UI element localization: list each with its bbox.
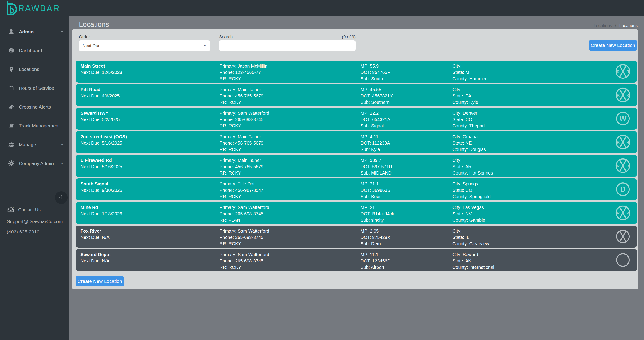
location-county: County: Clearview (452, 241, 489, 247)
location-subdivision: Sub: Signal (360, 123, 390, 129)
location-state: State: PA (452, 93, 478, 99)
location-primary-contact: Primary: Jason McMillin (220, 63, 267, 69)
contact-phone: (402) 625-2010 (7, 229, 66, 235)
location-row[interactable]: Fox River Next Due: N/A Primary: Sam Wat… (76, 226, 637, 248)
svg-text:R: R (626, 140, 629, 144)
location-county: County: International (452, 264, 494, 270)
breadcrumb: Locations / Locations (594, 23, 638, 28)
location-next-due: Next Due: N/A (80, 258, 111, 264)
sidebar-item-locations[interactable]: Locations (0, 60, 69, 79)
location-subdivision: Sub: Dem (360, 241, 390, 247)
location-dot-number: DOT: 654321A (360, 116, 390, 123)
create-new-location-button[interactable]: Create New Location (589, 40, 637, 50)
order-select-value: Next Due (82, 43, 100, 48)
location-row[interactable]: Main Street Next Due: 12/5/2023 Primary:… (76, 60, 637, 82)
location-state: State: NE (452, 140, 486, 146)
location-state: State: AR (452, 163, 493, 170)
location-milepost: MP: 55.9 (360, 63, 390, 69)
location-primary-contact: Primary: Sam Watterford (220, 228, 269, 234)
location-city: City: (452, 63, 487, 69)
location-dot-number: DOT: 854765R (360, 69, 390, 75)
location-row[interactable]: Pitt Road Next Due: 4/6/2025 Primary: Ma… (76, 84, 637, 106)
location-phone: Phone: 456-987-8547 (220, 187, 264, 193)
location-primary-contact: Primary: Main Tainer (220, 157, 264, 163)
drag-handle-button[interactable] (55, 191, 68, 204)
order-select[interactable]: Next Due ▼ (79, 40, 210, 51)
breadcrumb-current: Locations (619, 23, 638, 28)
contact-email[interactable]: Support@DrawbarCo.com (7, 219, 66, 224)
location-name: Main Street (80, 63, 122, 69)
location-state: State: CO (452, 116, 485, 123)
sidebar-item-label: Locations (19, 67, 39, 72)
sidebar-item-manage[interactable]: Manage ▾ (0, 135, 69, 154)
svg-text:W: W (619, 114, 626, 123)
location-railroad: RR: FLAN (220, 217, 269, 223)
location-row[interactable]: South Signal Next Due: 9/30/2025 Primary… (76, 178, 637, 200)
breadcrumb-parent[interactable]: Locations (594, 23, 612, 28)
envelope-open-icon: @ (7, 206, 14, 214)
sidebar-item-label: Admin (19, 29, 34, 34)
location-phone: Phone: 456-765-5679 (220, 140, 264, 146)
location-county: County: Theport (452, 123, 485, 129)
location-railroad: RR: RCKY (220, 146, 264, 153)
location-row[interactable]: Mine Rd Next Due: 1/18/2026 Primary: Sam… (76, 202, 637, 224)
location-dot-number: DOT: B14ckJ4ck (360, 211, 394, 217)
svg-text:R: R (626, 70, 629, 74)
location-county: County: Kyle (452, 99, 478, 105)
location-name: South Signal (80, 181, 122, 187)
chevron-down-icon: ▾ (61, 142, 63, 147)
location-row[interactable]: Seward HWY Next Due: 5/2/2025 Primary: S… (76, 108, 637, 130)
chevron-down-icon: ▾ (61, 29, 63, 34)
sidebar-item-company-admin[interactable]: Company Admin ▾ (0, 154, 69, 173)
location-subdivision: Sub: South (360, 75, 390, 82)
sidebar-item-dashboard[interactable]: Dashboard (0, 41, 69, 60)
location-next-due: Next Due: 5/16/2025 (80, 140, 127, 146)
depot-sign-icon: D (615, 181, 631, 197)
location-railroad: RR: RCKY (220, 264, 269, 270)
sidebar-item-crossing-alerts[interactable]: Crossing Alerts (0, 97, 69, 116)
location-next-due: Next Due: 12/5/2023 (80, 69, 122, 75)
sidebar-item-admin[interactable]: Admin ▾ (0, 22, 69, 41)
location-row[interactable]: Seward Depot Next Due: N/A Primary: Sam … (76, 249, 637, 271)
location-subdivision: Sub: sincity (360, 217, 394, 223)
location-county: County: Springfield (452, 193, 491, 200)
location-name: Fox River (80, 228, 110, 234)
location-railroad: RR: RCKY (220, 123, 269, 129)
create-new-location-button-bottom[interactable]: Create New Location (76, 276, 124, 286)
svg-text:R: R (617, 140, 620, 144)
location-row[interactable]: 2nd street east (OOS) Next Due: 5/16/202… (76, 131, 637, 153)
location-milepost: MP: 21 (360, 204, 394, 211)
location-phone: Phone: 123-4565-77 (220, 69, 267, 75)
location-county: County: Hammer (452, 75, 487, 82)
location-city: City: Springs (452, 181, 491, 187)
location-primary-contact: Primary: Sam Watterford (220, 110, 269, 116)
order-label: Order: (79, 34, 91, 39)
select-caret-icon: ▼ (204, 44, 206, 47)
location-city: City: Las Vegas (452, 204, 485, 211)
location-name: E Fireweed Rd (80, 157, 122, 163)
sidebar-item-label: Company Admin (19, 161, 54, 166)
crossbuck-rxr-icon: R R (615, 87, 631, 103)
location-subdivision: Sub: Airport (360, 264, 390, 270)
crossbuck-rxr-icon: R R (615, 63, 631, 79)
whistle-sign-icon: W (615, 111, 631, 126)
location-row[interactable]: E Fireweed Rd Next Due: 5/16/2025 Primar… (76, 155, 637, 177)
sidebar-item-label: Hours of Service (19, 85, 54, 91)
page-title: Locations (79, 20, 109, 28)
location-subdivision: Sub: Beer (360, 193, 390, 200)
location-primary-contact: Primary: Main Tainer (220, 133, 264, 140)
drawbar-logo[interactable]: RAWBAR (5, 1, 60, 15)
svg-text:D: D (620, 185, 626, 193)
location-city: City: Omaha (452, 133, 486, 140)
location-next-due: Next Due: 4/6/2025 (80, 93, 120, 99)
location-railroad: RR: RCKY (220, 241, 269, 247)
map-marker-icon (7, 66, 16, 73)
location-city: City: (452, 86, 478, 93)
contact-section: @ Contact Us: Support@DrawbarCo.com (402… (7, 206, 66, 235)
sidebar-item-track-management[interactable]: Track Management (0, 116, 69, 135)
svg-text:R: R (617, 93, 620, 97)
search-input[interactable] (219, 40, 356, 51)
location-county: County: Douglas (452, 146, 486, 153)
sidebar-item-hours-of-service[interactable]: Hours of Service (0, 79, 69, 97)
location-phone: Phone: 265-698-8745 (220, 116, 269, 123)
